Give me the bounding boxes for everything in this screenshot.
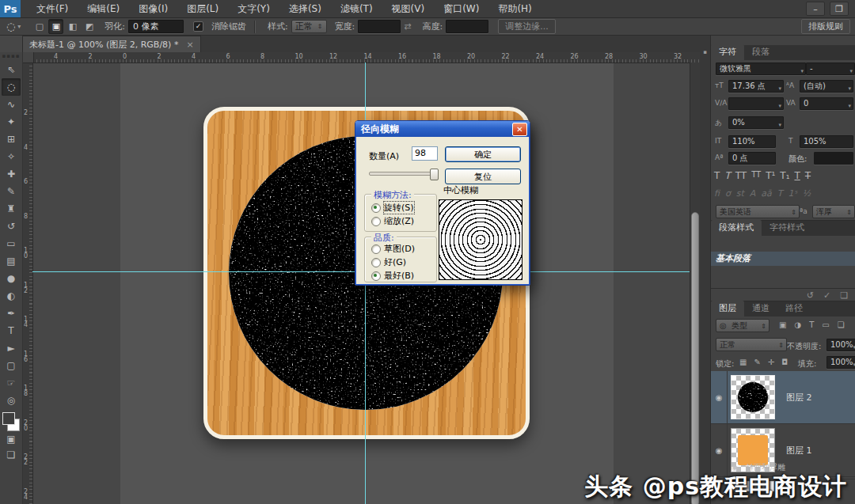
adjustment-layer-filter-icon[interactable]: ◑: [794, 320, 801, 329]
menu-item-6[interactable]: 滤镜(T): [331, 0, 382, 17]
minimize-button[interactable]: –: [806, 2, 825, 16]
vertical-scale-input[interactable]: 110%: [728, 135, 776, 148]
eraser-tool[interactable]: ▭: [2, 235, 21, 252]
tracking-input[interactable]: 0▾: [800, 97, 853, 110]
opentype-button-3[interactable]: A: [750, 188, 756, 199]
menu-item-5[interactable]: 选择(S): [279, 0, 331, 17]
refine-edge-button[interactable]: 调整边缘...: [498, 19, 556, 34]
menu-item-7[interactable]: 视图(V): [382, 0, 435, 17]
opentype-button-2[interactable]: st: [736, 188, 744, 199]
type-style-button-3[interactable]: TT: [751, 170, 761, 181]
font-family-select[interactable]: 微软雅黑▾: [716, 63, 806, 75]
menu-item-4[interactable]: 文字(Y): [228, 0, 279, 17]
layer-row-2[interactable]: ◉ 图层 2: [711, 371, 855, 424]
history-brush-tool[interactable]: ↺: [2, 218, 21, 235]
scrollbar-thumb[interactable]: [691, 212, 699, 504]
paragraph-style-item[interactable]: 基本段落: [711, 252, 855, 266]
brush-tool[interactable]: ✎: [2, 183, 21, 200]
radio-selected-icon[interactable]: [371, 271, 381, 281]
canvas-scrollbar[interactable]: [690, 63, 700, 504]
panel-grip[interactable]: ▪▪▪▪: [2, 53, 21, 59]
restore-button[interactable]: ❐: [830, 2, 849, 16]
quick-selection-tool[interactable]: ✦: [2, 113, 21, 131]
shape-tool[interactable]: ▢: [2, 357, 21, 374]
lasso-tool[interactable]: ∿: [2, 96, 21, 113]
font-size-input[interactable]: 17.36 点▾: [728, 80, 784, 93]
layer-filter-select[interactable]: ◎ 类型 ⇕: [716, 319, 770, 332]
fill-input[interactable]: 100%▾: [826, 356, 855, 369]
method-spin-option[interactable]: 旋转(S): [371, 202, 414, 214]
opacity-input[interactable]: 100%▾: [826, 339, 855, 351]
quick-mask-button[interactable]: ▣: [2, 431, 21, 447]
dodge-tool[interactable]: ◐: [2, 287, 21, 305]
foreground-color-swatch[interactable]: [2, 412, 15, 425]
tab-character-styles[interactable]: 字符样式: [762, 220, 812, 236]
opentype-button-1[interactable]: ơ: [725, 188, 731, 199]
dialog-title-bar[interactable]: 径向模糊 ✕: [355, 121, 530, 137]
radio-icon[interactable]: [371, 258, 381, 267]
width-input[interactable]: [358, 20, 401, 33]
swap-dimensions-icon[interactable]: ⇄: [404, 21, 411, 32]
document-tab[interactable]: 未标题-1 @ 100% (图层 2, RGB/8) * ×: [22, 36, 201, 52]
workspace-button[interactable]: 排版规则: [801, 19, 850, 34]
marquee-tool[interactable]: ◌: [2, 78, 21, 96]
opentype-button-4[interactable]: aā: [761, 188, 771, 199]
radio-icon[interactable]: [371, 217, 381, 226]
opentype-button-7[interactable]: ½: [803, 188, 811, 199]
collapse-panels-button[interactable]: ▪: [701, 49, 709, 56]
type-style-button-6[interactable]: T: [794, 170, 800, 181]
hand-tool[interactable]: ☞: [2, 374, 21, 392]
type-layer-filter-icon[interactable]: T: [809, 320, 814, 329]
add-selection-icon[interactable]: ▣: [48, 19, 63, 34]
subtract-selection-icon[interactable]: ◧: [65, 19, 80, 34]
lock-pixels-icon[interactable]: ✎: [754, 358, 760, 366]
amount-input[interactable]: 98: [412, 146, 438, 161]
language-select[interactable]: 美国英语⇕: [716, 205, 800, 218]
feather-input[interactable]: 0 像素: [128, 20, 184, 33]
menu-item-0[interactable]: 文件(F): [27, 0, 78, 17]
tab-paths[interactable]: 路径: [777, 301, 811, 316]
opentype-button-5[interactable]: T: [777, 188, 783, 199]
horizontal-scale-input[interactable]: 105%: [800, 135, 853, 148]
lock-transparent-icon[interactable]: ▦: [739, 358, 747, 366]
method-zoom-option[interactable]: 缩放(Z): [371, 215, 414, 227]
screen-mode-button[interactable]: ❏: [2, 447, 21, 463]
font-style-select[interactable]: -▾: [806, 63, 855, 75]
amount-slider[interactable]: [369, 172, 437, 176]
top-ruler[interactable]: 4202468101214161820222426283032: [22, 52, 700, 63]
menu-item-3[interactable]: 图层(L): [177, 0, 228, 17]
intersect-selection-icon[interactable]: ◩: [82, 19, 97, 34]
tab-paragraph-styles[interactable]: 段落样式: [711, 220, 762, 236]
lock-position-icon[interactable]: ✛: [768, 358, 774, 366]
menu-item-9[interactable]: 帮助(H): [488, 0, 541, 17]
eyedropper-tool[interactable]: ✧: [2, 148, 21, 165]
type-style-button-0[interactable]: T: [714, 170, 720, 181]
type-style-button-2[interactable]: TT: [735, 170, 747, 181]
type-tool[interactable]: T: [2, 322, 21, 339]
tab-layers[interactable]: 图层: [711, 301, 744, 316]
crop-tool[interactable]: ⊞: [2, 131, 21, 148]
zoom-tool[interactable]: ◎: [2, 392, 21, 409]
clear-override-icon[interactable]: ↺: [807, 290, 814, 301]
reset-button[interactable]: 复位: [445, 169, 521, 184]
layer2-thumbnail[interactable]: [731, 375, 775, 419]
radio-icon[interactable]: [371, 244, 381, 254]
color-swatches[interactable]: [2, 412, 20, 431]
tool-preset-picker[interactable]: ◌ ▾: [6, 21, 21, 32]
quality-draft-option[interactable]: 草图(D): [371, 243, 415, 255]
layer-name[interactable]: 图层 1: [786, 445, 812, 457]
gradient-tool[interactable]: ▤: [2, 252, 21, 270]
pixel-layer-filter-icon[interactable]: ▣: [779, 320, 786, 329]
close-tab-icon[interactable]: ×: [186, 40, 193, 50]
path-selection-tool[interactable]: ►: [2, 339, 21, 357]
healing-brush-tool[interactable]: ✚: [2, 165, 21, 183]
tab-channels[interactable]: 通道: [744, 301, 777, 316]
antialias-select[interactable]: 浑厚⇕: [812, 205, 855, 218]
dialog-close-button[interactable]: ✕: [512, 123, 527, 136]
kerning-input[interactable]: ▾: [728, 97, 784, 110]
quality-best-option[interactable]: 最好(B): [371, 270, 414, 282]
visibility-eye-icon[interactable]: ◉: [711, 371, 728, 423]
layer-name[interactable]: 图层 2: [786, 392, 812, 404]
type-style-button-7[interactable]: T: [805, 170, 811, 181]
blend-mode-select[interactable]: 正常⇕: [716, 338, 787, 351]
